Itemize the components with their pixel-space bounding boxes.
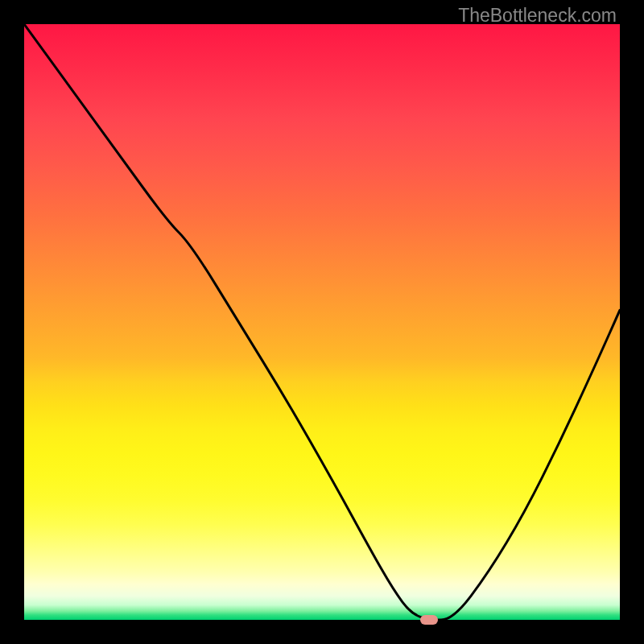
- bottleneck-curve: [24, 24, 620, 620]
- watermark-label: TheBottleneck.com: [458, 5, 617, 27]
- optimum-marker: [420, 615, 438, 625]
- plot-area: [24, 24, 620, 620]
- chart-container: TheBottleneck.com: [0, 0, 644, 644]
